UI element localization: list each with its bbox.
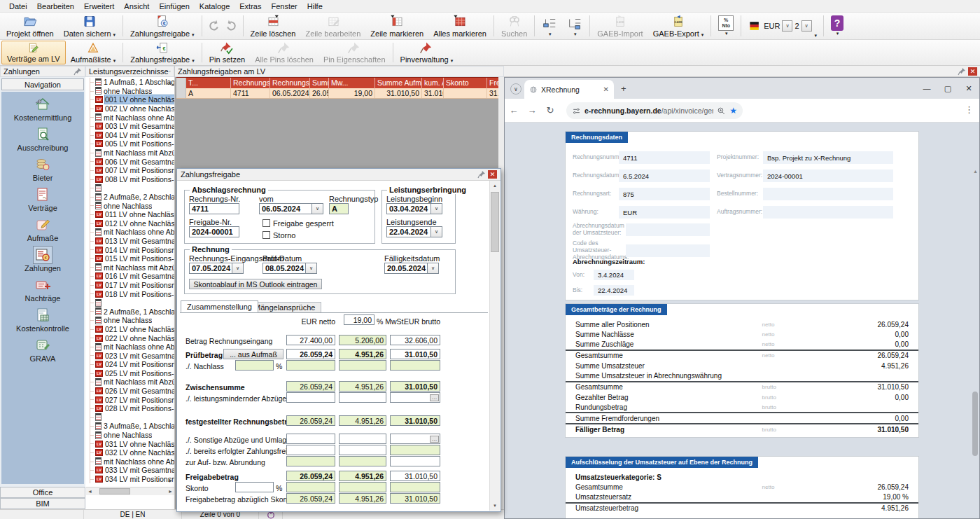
alles-markieren-button[interactable]: Alles markieren — [428, 13, 491, 39]
tree-item-lv[interactable]: LV 027 LV mit Positionsna — [86, 395, 174, 404]
ellipsis-button[interactable]: … — [430, 436, 439, 443]
new-tab-button[interactable]: + — [621, 83, 626, 94]
scrollbar-thumb[interactable] — [491, 192, 499, 252]
dropdown-arrow-icon[interactable]: ▾ — [701, 32, 704, 38]
zoom-icon[interactable] — [717, 106, 726, 116]
amount-field[interactable] — [339, 445, 386, 455]
zahlungsfreigabe-button[interactable]: Zahlungsfreigabe▾ — [125, 13, 200, 39]
dropdown-arrow-icon[interactable]: ▾ — [836, 31, 839, 36]
scroll-up-icon[interactable]: ▲ — [167, 80, 172, 85]
dropdown-arrow-icon[interactable]: ▾ — [113, 58, 116, 64]
pin-icon[interactable] — [169, 67, 171, 76]
pruefdatum-dropdown[interactable]: ∨ — [306, 263, 317, 274]
tree-expand-button[interactable]: ▾ — [537, 13, 562, 39]
back-icon[interactable]: ← — [505, 105, 523, 116]
amount-field[interactable]: 32.606,00 — [390, 335, 440, 345]
tree-item-doc[interactable]: mit Nachlass ohne Abzü — [86, 457, 174, 466]
zahlungsfreigabe2-button[interactable]: Zahlungsfreigabe▾ — [125, 41, 200, 64]
tree-item-doc[interactable] — [86, 413, 174, 422]
tree-item-lv[interactable]: LV 016 LV mit Gesamtnach — [86, 272, 174, 281]
column-header[interactable]: T... — [186, 78, 231, 88]
menu-item[interactable]: Datei — [4, 1, 32, 12]
tree-item-lv[interactable]: LV 002 LV ohne Nachläss — [86, 104, 174, 113]
amount-field[interactable]: 27.400,00 — [286, 335, 335, 345]
decimals-dropdown[interactable]: ∨ — [802, 20, 812, 32]
amount-field[interactable]: 26.059,24 — [286, 349, 335, 359]
reload-icon[interactable]: ↻ — [541, 105, 559, 116]
dropdown-arrow-icon[interactable]: ▾ — [815, 33, 818, 39]
outlook-button[interactable]: Skontoablauf in MS Outlook eintragen — [189, 279, 322, 289]
amount-field[interactable] — [339, 392, 386, 403]
hilfe-button[interactable]: ?▾ — [826, 13, 848, 39]
tree-item-doc[interactable]: ohne Nachlass — [86, 316, 174, 325]
storno-checkbox[interactable] — [262, 231, 270, 239]
tree-item-lv[interactable]: LV 011 LV ohne Nachläss — [86, 210, 174, 219]
tree-collapse-button[interactable]: ▾ — [562, 13, 587, 39]
pin-icon[interactable] — [958, 67, 966, 76]
scroll-up-icon[interactable]: ▲ — [490, 181, 500, 191]
tree-item-doc[interactable]: ohne Nachlass — [86, 201, 174, 210]
amount-field[interactable]: 4.951,26 — [339, 493, 386, 504]
tab-search-chevron-icon[interactable]: ∨ — [510, 83, 522, 95]
browser-menu-icon[interactable]: ⋮ — [965, 104, 974, 115]
tree-item-lv[interactable]: LV 023 LV mit Gesamtnach — [86, 351, 174, 360]
close-icon[interactable]: ✕ — [488, 170, 497, 179]
nav-item-bieter[interactable]: Bieter — [1, 155, 84, 182]
tree-item-doc[interactable]: mit Nachlass mit Abzüg — [86, 378, 174, 387]
rechnungstyp-input[interactable]: A — [329, 203, 349, 214]
url-text[interactable]: e-rechnung.bayern.de/api/xinvoice/genera… — [584, 106, 713, 115]
language-switch[interactable]: DE | EN — [84, 510, 182, 519]
pinverwaltung-button[interactable]: Pinverwaltung▾ — [396, 41, 458, 64]
row-selector[interactable] — [176, 88, 186, 98]
navigation-button[interactable]: Navigation — [1, 78, 84, 90]
tree-item-doc[interactable]: mit Nachlass ohne Abzü — [86, 342, 174, 352]
tree-item-lv[interactable]: LV 022 LV ohne Nachläss — [86, 333, 174, 342]
tab-zusammenstellung[interactable]: Zusammenstellung — [181, 300, 258, 312]
amount-field[interactable]: … — [390, 434, 440, 444]
tree-item-lv[interactable]: LV 017 LV mit Positionsna — [86, 281, 174, 290]
currency-dropdown[interactable]: ∨ — [782, 20, 792, 32]
amount-field[interactable]: 26.059,24 — [286, 493, 335, 504]
freigabe-nr-input[interactable]: 2024-00001 — [189, 226, 239, 237]
tree-horizontal-scrollbar[interactable]: ◄ ► — [86, 487, 174, 495]
leistungsende-dropdown[interactable]: ∨ — [431, 226, 442, 237]
amount-field[interactable] — [390, 445, 440, 455]
amount-field[interactable] — [390, 360, 440, 371]
amount-field[interactable] — [286, 392, 335, 403]
dropdown-arrow-icon[interactable]: ▾ — [113, 32, 116, 38]
dropdown-arrow-icon[interactable]: ▾ — [549, 32, 552, 37]
column-header[interactable]: Summe Aufma... — [375, 78, 422, 88]
tree-item-lv[interactable]: LV 014 LV mit Positionsna — [86, 245, 174, 254]
pin-icon[interactable] — [74, 67, 82, 76]
tree-item-lv[interactable]: LV 006 LV mit Gesamtnach — [86, 157, 174, 166]
tree-item-lv[interactable]: LV 032 LV ohne Nachläss — [86, 448, 174, 457]
scroll-down-icon[interactable]: ▼ — [167, 478, 172, 483]
tree-item-lv[interactable]: LV 008 LV mit Positions- + — [86, 175, 174, 184]
page-scrollbar[interactable] — [972, 169, 978, 517]
address-bar[interactable]: e-rechnung.bayern.de/api/xinvoice/genera… — [566, 102, 743, 119]
scroll-right-icon[interactable]: ► — [167, 489, 174, 494]
vertraege-am-lv-button[interactable]: Verträge am LV — [1, 41, 66, 64]
percent-field[interactable] — [235, 360, 274, 371]
tree-item-doc[interactable]: mit Nachlass mit Abzüg — [86, 263, 174, 272]
amount-field[interactable]: 31.010,50 — [390, 381, 440, 392]
amount-field[interactable] — [286, 482, 335, 492]
tree-item-doc[interactable] — [86, 184, 174, 193]
menu-item[interactable]: Ansicht — [119, 1, 154, 12]
tree-item-doc[interactable]: ohne Nachlass — [86, 431, 174, 440]
column-header[interactable]: Rechnungs-Nr. — [231, 78, 270, 88]
column-header[interactable]: Skonto — [444, 78, 487, 88]
dropdown-arrow-icon[interactable]: ▾ — [725, 31, 728, 36]
leistungsende-input[interactable]: 22.04.2024 — [386, 226, 431, 237]
amount-field[interactable]: 31.010,50 — [390, 415, 440, 426]
tree-item-lv[interactable]: LV 034 LV mit Positionsna — [86, 475, 174, 484]
eingangsdatum-input[interactable]: 07.05.2024 — [189, 263, 232, 274]
redo-button[interactable] — [223, 13, 241, 39]
scrollbar-thumb[interactable] — [972, 392, 978, 456]
nav-item-grava[interactable]: GRAVA — [1, 336, 84, 363]
undo-button[interactable] — [204, 13, 223, 39]
dropdown-arrow-icon[interactable]: ▾ — [574, 32, 577, 37]
scroll-left-icon[interactable]: ◄ — [86, 489, 94, 494]
tree-item-lv[interactable]: LV 028 LV mit Positions- + — [86, 404, 174, 413]
tree-item-lv[interactable]: LV 025 LV mit Positions- + — [86, 369, 174, 378]
